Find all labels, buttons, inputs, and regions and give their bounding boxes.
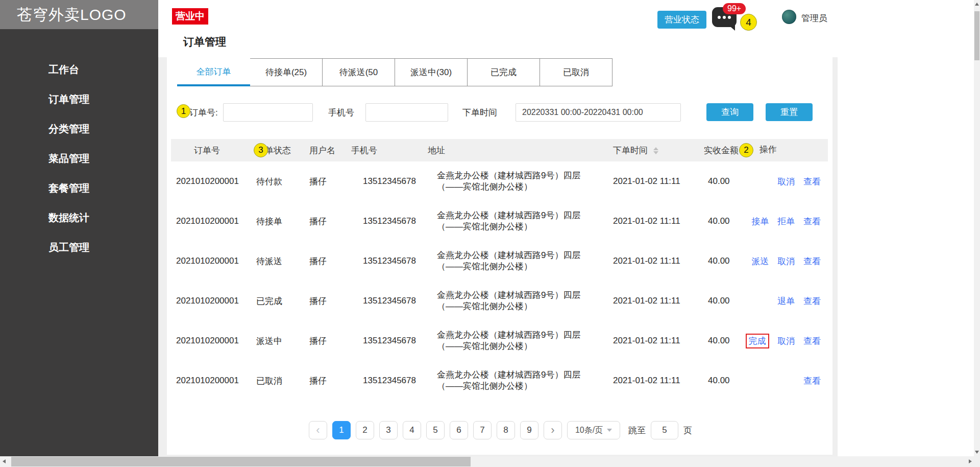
scroll-down-icon[interactable] <box>975 451 979 454</box>
cell-order-no: 2021010200001 <box>171 201 253 241</box>
action-complete-highlighted[interactable]: 完成 <box>746 334 769 348</box>
page-button-8[interactable]: 8 <box>497 421 515 439</box>
vertical-scrollbar[interactable] <box>974 0 980 467</box>
tab-completed[interactable]: 已完成 <box>467 58 540 86</box>
tab-cancelled[interactable]: 已取消 <box>540 58 612 86</box>
action-cancel[interactable]: 取消 <box>777 256 795 266</box>
tab-all-orders[interactable]: 全部订单 <box>177 58 250 86</box>
chat-dot-icon <box>728 16 731 19</box>
page-button-4[interactable]: 4 <box>403 421 421 439</box>
business-status-button[interactable]: 营业状态 <box>657 11 706 29</box>
cell-ops: 退单 查看 <box>739 281 828 321</box>
orders-table: 订单号 3 订单状态 用户名 手机号 地址 下单时间 实收金额 2 <box>171 139 828 401</box>
cell-user: 播仔 <box>307 321 351 361</box>
business-open-badge: 营业中 <box>172 8 208 25</box>
jump-to-label: 跳至 <box>628 425 646 436</box>
reset-button[interactable]: 重置 <box>766 103 813 121</box>
order-no-label: 订单号: <box>189 107 218 119</box>
action-dispatch[interactable]: 派送 <box>752 256 769 266</box>
action-refund[interactable]: 退单 <box>777 296 795 306</box>
scroll-right-icon[interactable] <box>969 459 972 463</box>
sidebar-item-orders[interactable]: 订单管理 <box>0 84 158 114</box>
page-button-7[interactable]: 7 <box>473 421 492 439</box>
sidebar: 苍穹外卖LOGO 工作台 订单管理 分类管理 菜品管理 套餐管理 数据统计 员工… <box>0 0 158 456</box>
cell-amount: 40.00 <box>691 241 739 281</box>
annotation-badge-4: 4 <box>740 14 757 31</box>
page-button-5[interactable]: 5 <box>426 421 445 439</box>
cell-order-no: 2021010200001 <box>171 321 253 361</box>
cell-phone: 13512345678 <box>351 241 428 281</box>
action-accept[interactable]: 接单 <box>752 217 769 226</box>
tab-pending-dispatch[interactable]: 待派送(50 <box>322 58 395 86</box>
sidebar-item-employees[interactable]: 员工管理 <box>0 232 158 262</box>
phone-input[interactable] <box>365 103 448 122</box>
tab-pending-accept[interactable]: 待接单(25) <box>250 58 323 86</box>
sidebar-item-statistics[interactable]: 数据统计 <box>0 203 158 232</box>
vertical-scrollbar-thumb[interactable] <box>974 11 979 60</box>
page-button-3[interactable]: 3 <box>379 421 398 439</box>
cell-address: 金燕龙办公楼（建材城西路9号）四层（——宾馆北侧办公楼） <box>428 321 604 361</box>
page-button-6[interactable]: 6 <box>450 421 468 439</box>
phone-label: 手机号 <box>328 107 354 119</box>
page-size-value: 10条/页 <box>575 425 603 436</box>
horizontal-scrollbar-thumb[interactable] <box>11 457 471 466</box>
action-cancel[interactable]: 取消 <box>777 177 795 186</box>
cell-time: 2021-01-02 11:11 <box>604 201 691 241</box>
cell-phone: 13512345678 <box>351 321 428 361</box>
cell-order-no: 2021010200001 <box>171 281 253 321</box>
cell-time: 2021-01-02 11:11 <box>604 361 691 401</box>
horizontal-scrollbar[interactable] <box>0 456 980 467</box>
sidebar-item-workbench[interactable]: 工作台 <box>0 55 158 84</box>
cell-address: 金燕龙办公楼（建材城西路9号）四层（——宾馆北侧办公楼） <box>428 361 604 401</box>
table-header-row: 订单号 3 订单状态 用户名 手机号 地址 下单时间 实收金额 2 <box>171 139 828 161</box>
scroll-left-icon[interactable] <box>3 459 6 463</box>
cell-user: 播仔 <box>307 361 351 401</box>
sidebar-item-combos[interactable]: 套餐管理 <box>0 173 158 203</box>
cell-status: 待派送 <box>253 241 307 281</box>
col-header-time-label: 下单时间 <box>613 146 648 155</box>
cell-status: 待付款 <box>253 161 307 201</box>
page-button-9[interactable]: 9 <box>520 421 538 439</box>
order-tabs: 全部订单 待接单(25) 待派送(50 派送中(30) 已完成 已取消 <box>177 58 612 86</box>
page-button-2[interactable]: 2 <box>356 421 374 439</box>
scroll-up-icon[interactable] <box>975 3 979 6</box>
action-view[interactable]: 查看 <box>803 296 821 306</box>
action-view[interactable]: 查看 <box>803 217 821 226</box>
page-size-select[interactable]: 10条/页 <box>567 421 620 439</box>
order-time-input[interactable] <box>516 103 681 122</box>
tab-dispatching[interactable]: 派送中(30) <box>395 58 468 86</box>
cell-status: 已完成 <box>253 281 307 321</box>
action-view[interactable]: 查看 <box>803 256 821 266</box>
jump-to-input[interactable] <box>651 421 678 439</box>
table-row: 2021010200001 已取消 播仔 13512345678 金燕龙办公楼（… <box>171 361 828 401</box>
cell-user: 播仔 <box>307 201 351 241</box>
cell-address: 金燕龙办公楼（建材城西路9号）四层（——宾馆北侧办公楼） <box>428 241 604 281</box>
sort-icon[interactable] <box>653 147 658 154</box>
next-page-button[interactable]: › <box>544 421 562 439</box>
col-header-address: 地址 <box>428 139 604 161</box>
page-button-1[interactable]: 1 <box>332 421 351 439</box>
cell-order-no: 2021010200001 <box>171 161 253 201</box>
avatar[interactable] <box>782 10 796 24</box>
action-view[interactable]: 查看 <box>803 177 821 186</box>
cell-ops: 派送 取消 查看 <box>739 241 828 281</box>
action-cancel[interactable]: 取消 <box>777 336 795 346</box>
page-title: 订单管理 <box>183 35 226 49</box>
cell-user: 播仔 <box>307 161 351 201</box>
pagination: ‹ 1 2 3 4 5 6 7 8 9 › 10条/页 跳至 页 <box>309 421 692 439</box>
prev-page-button[interactable]: ‹ <box>309 421 327 439</box>
action-view[interactable]: 查看 <box>803 336 821 346</box>
sidebar-item-dishes[interactable]: 菜品管理 <box>0 144 158 173</box>
action-view[interactable]: 查看 <box>803 376 821 386</box>
cell-address: 金燕龙办公楼（建材城西路9号）四层（——宾馆北侧办公楼） <box>428 161 604 201</box>
search-button[interactable]: 查询 <box>706 103 753 121</box>
cell-amount: 40.00 <box>691 361 739 401</box>
cell-amount: 40.00 <box>691 201 739 241</box>
col-header-ops-label: 操作 <box>760 145 777 154</box>
action-reject[interactable]: 拒单 <box>777 217 795 226</box>
sidebar-item-categories[interactable]: 分类管理 <box>0 114 158 144</box>
table-row: 2021010200001 已完成 播仔 13512345678 金燕龙办公楼（… <box>171 281 828 321</box>
order-no-input[interactable] <box>223 103 313 122</box>
table-row: 2021010200001 待派送 播仔 13512345678 金燕龙办公楼（… <box>171 241 828 281</box>
sidebar-menu: 工作台 订单管理 分类管理 菜品管理 套餐管理 数据统计 员工管理 <box>0 29 158 262</box>
